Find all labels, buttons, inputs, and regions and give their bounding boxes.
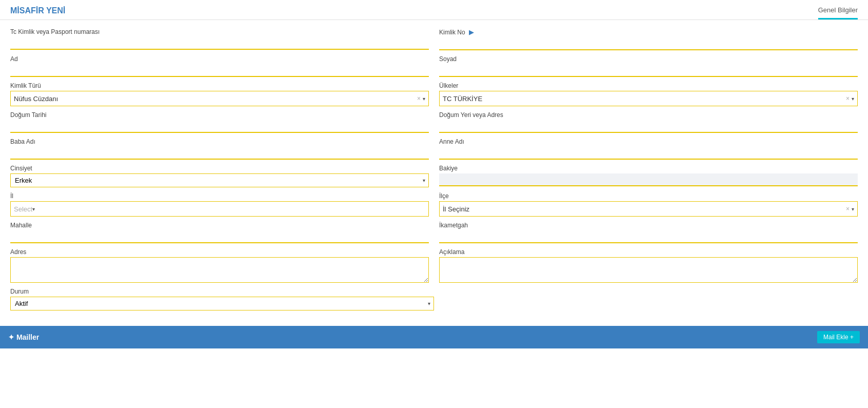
row-il-ilce: İl Select ▾ İlçe İl Seçiniz × ▾ xyxy=(10,192,858,217)
page-title: MİSAFİR YENİ xyxy=(10,6,65,20)
group-ulkeler: Ülkeler TC TÜRKİYE × ▾ xyxy=(439,82,858,106)
group-tc-kimlik: Tc Kimlik veya Pasport numarası xyxy=(10,28,429,50)
row-durum: Durum Aktif Pasif ▾ xyxy=(10,288,858,310)
group-aciklama: Açıklama xyxy=(439,248,858,283)
row-cinsiyet-bakiye: Cinsiyet Erkek Kadın ▾ Bakiye xyxy=(10,165,858,187)
group-adres: Adres xyxy=(10,248,429,283)
select-durum-wrapper: Aktif Pasif ▾ xyxy=(10,297,434,310)
group-dogum-tarihi: Doğum Tarihi xyxy=(10,111,429,133)
group-dogum-yeri: Doğum Yeri veya Adres xyxy=(439,111,858,133)
bakiye-field xyxy=(439,173,858,186)
group-ad: Ad xyxy=(10,55,429,77)
label-tc-kimlik: Tc Kimlik veya Pasport numarası xyxy=(10,28,429,35)
label-anne-adi: Anne Adı xyxy=(439,138,858,145)
row-mahalle-ikametgah: Mahalle İkametgah xyxy=(10,222,858,243)
input-ad[interactable] xyxy=(10,64,429,77)
ulkeler-value: TC TÜRKİYE xyxy=(443,95,846,103)
row-baba-anne: Baba Adı Anne Adı xyxy=(10,138,858,160)
kimlik-turu-arrow[interactable]: ▾ xyxy=(423,96,425,102)
label-aciklama: Açıklama xyxy=(439,248,858,256)
textarea-adres[interactable] xyxy=(10,257,429,283)
input-baba-adi[interactable] xyxy=(10,147,429,160)
section-bar: ✦ Mailler Mail Ekle + xyxy=(0,326,868,348)
group-il: İl Select ▾ xyxy=(10,192,429,217)
label-dogum-tarihi: Doğum Tarihi xyxy=(10,111,429,119)
input-dogum-yeri[interactable] xyxy=(439,120,858,133)
label-ulkeler: Ülkeler xyxy=(439,82,858,89)
row-kimlik-turu-ulkeler: Kimlik Türü Nüfus Cüzdanı × ▾ Ülkeler TC… xyxy=(10,82,858,106)
input-ikametgah[interactable] xyxy=(439,230,858,243)
group-soyad: Soyad xyxy=(439,55,858,77)
group-durum: Durum Aktif Pasif ▾ xyxy=(10,288,434,310)
label-baba-adi: Baba Adı xyxy=(10,138,429,145)
input-kimlik-no[interactable] xyxy=(439,37,858,50)
info-icon[interactable]: ▶ xyxy=(469,28,474,36)
input-dogum-tarihi[interactable] xyxy=(10,120,429,133)
select-durum[interactable]: Aktif Pasif xyxy=(11,297,433,310)
kimlik-turu-value: Nüfus Cüzdanı xyxy=(14,95,417,103)
group-bakiye: Bakiye xyxy=(439,165,858,187)
ulkeler-clear[interactable]: × xyxy=(846,95,850,102)
ilce-clear[interactable]: × xyxy=(846,205,850,212)
group-ilce: İlçe İl Seçiniz × ▾ xyxy=(439,192,858,217)
page-container: MİSAFİR YENİ Genel Bilgiler Tc Kimlik ve… xyxy=(0,0,868,408)
row-adres-aciklama: Adres Açıklama xyxy=(10,248,858,283)
ulkeler-arrow[interactable]: ▾ xyxy=(852,96,854,102)
il-arrow[interactable]: ▾ xyxy=(32,206,35,212)
mail-ekle-button[interactable]: Mail Ekle + xyxy=(817,331,860,343)
label-durum: Durum xyxy=(10,288,434,295)
label-ikametgah: İkametgah xyxy=(439,222,858,229)
textarea-aciklama[interactable] xyxy=(439,257,858,283)
input-tc-kimlik[interactable] xyxy=(10,37,429,50)
row-ad-soyad: Ad Soyad xyxy=(10,55,858,77)
select-cinsiyet[interactable]: Erkek Kadın xyxy=(11,174,428,187)
header-bar: MİSAFİR YENİ Genel Bilgiler xyxy=(0,0,868,20)
input-anne-adi[interactable] xyxy=(439,147,858,160)
group-anne-adi: Anne Adı xyxy=(439,138,858,160)
group-cinsiyet: Cinsiyet Erkek Kadın ▾ xyxy=(10,165,429,187)
label-ad: Ad xyxy=(10,55,429,63)
input-soyad[interactable] xyxy=(439,64,858,77)
row-dogum: Doğum Tarihi Doğum Yeri veya Adres xyxy=(10,111,858,133)
tab-genel-bilgiler[interactable]: Genel Bilgiler xyxy=(818,6,858,20)
row-tc-kimlik: Tc Kimlik veya Pasport numarası Kimlik N… xyxy=(10,28,858,50)
group-mahalle: Mahalle xyxy=(10,222,429,243)
label-cinsiyet: Cinsiyet xyxy=(10,165,429,172)
group-kimlik-turu: Kimlik Türü Nüfus Cüzdanı × ▾ xyxy=(10,82,429,106)
select2-ulkeler[interactable]: TC TÜRKİYE × ▾ xyxy=(439,91,858,106)
ilce-value: İl Seçiniz xyxy=(443,205,846,213)
select2-ilce[interactable]: İl Seçiniz × ▾ xyxy=(439,201,858,217)
label-ilce: İlçe xyxy=(439,192,858,200)
section-title: ✦ Mailler xyxy=(8,333,39,341)
ilce-arrow[interactable]: ▾ xyxy=(852,206,854,212)
label-il: İl xyxy=(10,192,429,200)
select2-il[interactable]: Select ▾ xyxy=(10,201,429,217)
label-bakiye: Bakiye xyxy=(439,165,858,172)
label-kimlik-no: Kimlik No ▶ xyxy=(439,28,858,36)
select2-kimlik-turu[interactable]: Nüfus Cüzdanı × ▾ xyxy=(10,91,429,106)
kimlik-turu-clear[interactable]: × xyxy=(417,95,421,102)
input-mahalle[interactable] xyxy=(10,230,429,243)
form-body: Tc Kimlik veya Pasport numarası Kimlik N… xyxy=(0,20,868,324)
group-kimlik-no: Kimlik No ▶ xyxy=(439,28,858,50)
il-placeholder: Select xyxy=(14,205,32,213)
select-cinsiyet-wrapper: Erkek Kadın ▾ xyxy=(10,173,429,187)
label-kimlik-turu: Kimlik Türü xyxy=(10,82,429,89)
label-mahalle: Mahalle xyxy=(10,222,429,229)
group-ikametgah: İkametgah xyxy=(439,222,858,243)
label-soyad: Soyad xyxy=(439,55,858,63)
group-baba-adi: Baba Adı xyxy=(10,138,429,160)
label-dogum-yeri: Doğum Yeri veya Adres xyxy=(439,111,858,119)
label-adres: Adres xyxy=(10,248,429,256)
